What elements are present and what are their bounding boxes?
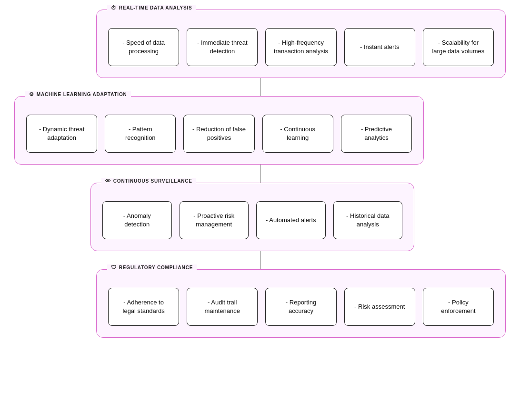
cards-row-surveillance: - Anomaly detection - Proactive risk man… — [102, 201, 402, 239]
section-wrapper-ml: ⚙ MACHINE LEARNING ADAPTATION - Dynamic … — [14, 96, 506, 165]
vline-1 — [260, 78, 261, 96]
card-ml-2: - Reduction of false positives — [183, 115, 254, 153]
card-comp-2: - Reporting accuracy — [265, 288, 336, 326]
section-title-compliance: 🛡 REGULATORY COMPLIANCE — [107, 264, 197, 270]
section-title-ml: ⚙ MACHINE LEARNING ADAPTATION — [25, 91, 131, 98]
card-ml-0: - Dynamic threat adaptation — [26, 115, 97, 153]
section-ml: ⚙ MACHINE LEARNING ADAPTATION - Dynamic … — [14, 96, 424, 165]
card-ml-4: - Predictive analytics — [341, 115, 412, 153]
card-comp-4: - Policy enforcement — [423, 288, 494, 326]
card-realtime-3: - Instant alerts — [344, 28, 415, 66]
card-surv-1: - Proactive risk management — [180, 201, 249, 239]
surveillance-icon: 👁 — [105, 178, 111, 184]
cards-row-realtime: - Speed of data processing - Immediate t… — [108, 28, 494, 66]
section-surveillance: 👁 CONTINUOUS SURVEILLANCE - Anomaly dete… — [90, 183, 414, 251]
card-ml-1: - Pattern recognition — [105, 115, 176, 153]
section-title-realtime: ⏱ REAL-TIME DATA ANALYSIS — [107, 5, 196, 10]
cards-row-compliance: - Adherence to legal standards - Audit t… — [108, 288, 494, 326]
card-realtime-4: - Scalability for large data volumes — [423, 28, 494, 66]
compliance-icon: 🛡 — [111, 264, 117, 270]
section-wrapper-surveillance: 👁 CONTINUOUS SURVEILLANCE - Anomaly dete… — [14, 183, 506, 251]
section-compliance: 🛡 REGULATORY COMPLIANCE - Adherence to l… — [96, 269, 506, 338]
realtime-icon: ⏱ — [111, 5, 117, 10]
cards-row-ml: - Dynamic threat adaptation - Pattern re… — [26, 115, 412, 153]
vline-3 — [260, 251, 261, 269]
diagram-container: ⏱ REAL-TIME DATA ANALYSIS - Speed of dat… — [14, 10, 506, 338]
card-realtime-0: - Speed of data processing — [108, 28, 179, 66]
vline-2 — [260, 165, 261, 183]
card-comp-1: - Audit trail maintenance — [187, 288, 258, 326]
card-surv-3: - Historical data analysis — [333, 201, 403, 239]
card-comp-3: - Risk assessment — [344, 288, 415, 326]
card-surv-2: - Automated alerts — [256, 201, 326, 239]
connector-2-3 — [14, 165, 506, 183]
card-realtime-2: - High-frequency transaction analysis — [265, 28, 336, 66]
section-title-surveillance: 👁 CONTINUOUS SURVEILLANCE — [101, 178, 196, 184]
card-surv-0: - Anomaly detection — [102, 201, 172, 239]
card-realtime-1: - Immediate threat detection — [187, 28, 258, 66]
card-comp-0: - Adherence to legal standards — [108, 288, 179, 326]
card-ml-3: - Continuous learning — [262, 115, 333, 153]
ml-icon: ⚙ — [29, 91, 34, 98]
connector-3-4 — [14, 251, 506, 269]
section-wrapper-realtime: ⏱ REAL-TIME DATA ANALYSIS - Speed of dat… — [14, 10, 506, 78]
section-wrapper-compliance: 🛡 REGULATORY COMPLIANCE - Adherence to l… — [14, 269, 506, 338]
section-realtime: ⏱ REAL-TIME DATA ANALYSIS - Speed of dat… — [96, 10, 506, 78]
